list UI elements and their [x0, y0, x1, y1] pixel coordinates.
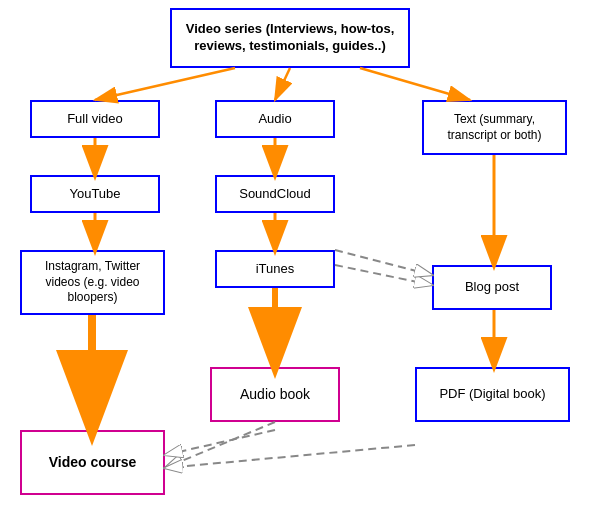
- audio-book-box: Audio book: [210, 367, 340, 422]
- svg-line-5: [275, 68, 290, 100]
- svg-line-15: [335, 265, 432, 285]
- blog-post-box: Blog post: [432, 265, 552, 310]
- soundcloud-box: SoundCloud: [215, 175, 335, 213]
- pdf-box: PDF (Digital book): [415, 367, 570, 422]
- instagram-box: Instagram, Twitter videos (e.g. video bl…: [20, 250, 165, 315]
- text-box: Text (summary, transcript or both): [422, 100, 567, 155]
- svg-line-4: [95, 68, 235, 100]
- itunes-box: iTunes: [215, 250, 335, 288]
- svg-line-16: [335, 250, 432, 275]
- svg-line-6: [360, 68, 470, 100]
- audio-box: Audio: [215, 100, 335, 138]
- video-series-box: Video series (Interviews, how-tos, revie…: [170, 8, 410, 68]
- svg-line-19: [165, 430, 275, 455]
- full-video-box: Full video: [30, 100, 160, 138]
- diagram: Video series (Interviews, how-tos, revie…: [0, 0, 602, 523]
- svg-line-18: [165, 445, 415, 468]
- video-course-box: Video course: [20, 430, 165, 495]
- svg-line-17: [165, 422, 275, 468]
- youtube-box: YouTube: [30, 175, 160, 213]
